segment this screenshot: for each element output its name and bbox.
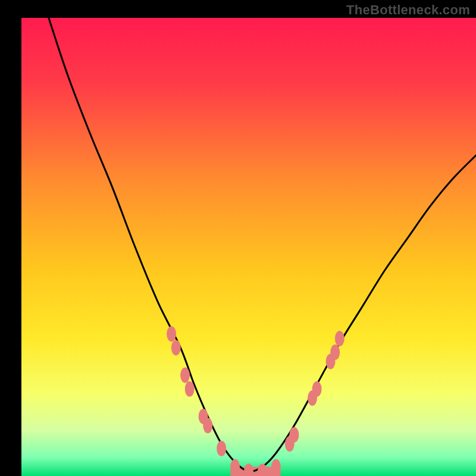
highlight-point xyxy=(185,381,195,397)
highlight-point xyxy=(289,427,299,443)
plot-background xyxy=(21,18,476,476)
highlight-point xyxy=(230,459,240,475)
highlight-point xyxy=(330,345,340,360)
chart-frame: TheBottleneck.com xyxy=(0,0,476,476)
highlight-point xyxy=(312,381,322,397)
highlight-point xyxy=(180,368,190,383)
highlight-point xyxy=(217,441,226,456)
highlight-point xyxy=(271,459,281,475)
highlight-point xyxy=(171,340,181,355)
bottleneck-chart xyxy=(0,0,476,476)
highlight-point xyxy=(335,331,345,346)
highlight-point xyxy=(167,326,176,342)
highlight-point xyxy=(203,418,212,433)
